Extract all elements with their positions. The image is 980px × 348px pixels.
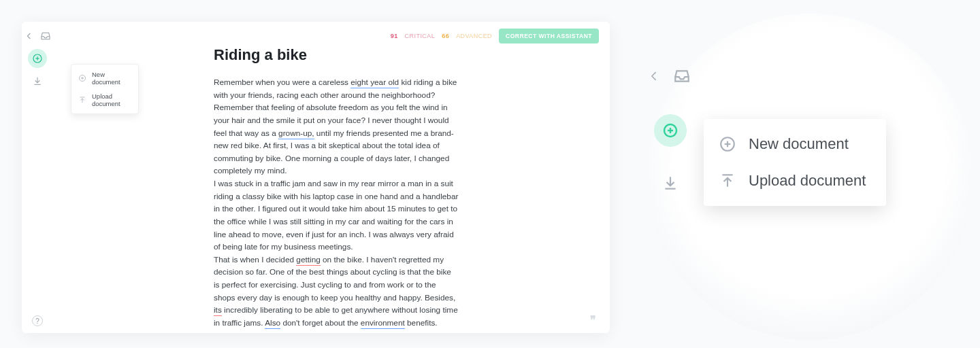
text-paragraph: I was stuck in a traffic jam and saw in … bbox=[214, 177, 459, 254]
issue-underline[interactable]: eight year old bbox=[350, 77, 399, 88]
zoom-back-icon[interactable] bbox=[648, 67, 662, 88]
zoom-inbox-icon[interactable] bbox=[671, 67, 693, 88]
inbox-icon[interactable] bbox=[39, 30, 52, 42]
menu-new-document-label: New document bbox=[92, 71, 131, 86]
upload-icon bbox=[78, 96, 86, 104]
text-fragment: don't forget about the bbox=[280, 318, 361, 328]
issue-underline[interactable]: getting bbox=[296, 255, 320, 266]
document-title: Riding a bike bbox=[214, 46, 583, 64]
zoom-add-document-button[interactable] bbox=[654, 114, 687, 147]
menu-upload-document[interactable]: Upload document bbox=[71, 89, 138, 111]
document-text: Remember when you were a careless eight … bbox=[214, 76, 459, 333]
zoom-menu-upload-document-label: Upload document bbox=[749, 172, 866, 190]
help-icon[interactable]: ? bbox=[32, 315, 43, 326]
zoom-upload-icon bbox=[719, 172, 736, 190]
add-document-button[interactable] bbox=[28, 49, 47, 68]
left-sidebar: ? bbox=[22, 22, 53, 333]
zoom-menu-upload-document[interactable]: Upload document bbox=[704, 162, 886, 199]
zoom-plus-circle-icon bbox=[719, 135, 736, 153]
issue-underline[interactable]: its bbox=[214, 305, 222, 316]
menu-new-document[interactable]: New document bbox=[71, 67, 138, 89]
plus-circle-icon bbox=[78, 74, 86, 82]
editor-window: 91 CRITICAL 66 ADVANCED CORRECT WITH ASS… bbox=[22, 22, 610, 333]
text-fragment: Remember when you were a careless bbox=[214, 77, 350, 87]
zoom-download-icon[interactable] bbox=[662, 173, 679, 196]
back-icon[interactable] bbox=[23, 30, 35, 42]
zoom-panel: New document Upload document bbox=[633, 0, 980, 348]
zoom-menu-new-document[interactable]: New document bbox=[704, 126, 886, 162]
issue-underline[interactable]: environment bbox=[361, 318, 405, 329]
issue-underline[interactable]: Also bbox=[265, 318, 280, 329]
menu-upload-document-label: Upload document bbox=[92, 92, 131, 107]
download-icon[interactable] bbox=[31, 75, 44, 87]
zoom-menu-new-document-label: New document bbox=[749, 135, 849, 153]
text-fragment: That is when I decided bbox=[214, 255, 296, 264]
quote-icon: ❞ bbox=[590, 313, 596, 326]
issue-underline[interactable]: grown-up, bbox=[278, 128, 314, 139]
zoom-add-menu: New document Upload document bbox=[704, 119, 886, 206]
add-menu: New document Upload document bbox=[71, 64, 139, 114]
zoom-sidebar bbox=[648, 67, 693, 196]
